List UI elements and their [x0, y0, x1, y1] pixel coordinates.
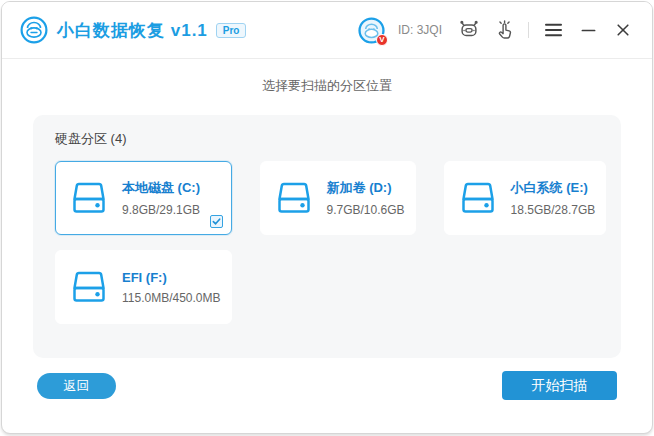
footer: 返回 开始扫描: [37, 371, 617, 400]
app-window: 小白数据恢复 v1.1 Pro V ID: 3JQI: [1, 1, 653, 434]
drive-icon: [69, 181, 109, 215]
back-button[interactable]: 返回: [37, 373, 116, 399]
drive-card[interactable]: 小白系统 (E:) 18.5GB/28.7GB: [444, 161, 607, 235]
drive-size: 115.0MB/450.0MB: [122, 291, 221, 305]
drive-name: EFI (F:): [122, 270, 221, 285]
drive-card[interactable]: EFI (F:) 115.0MB/450.0MB: [55, 250, 232, 324]
robot-support-icon[interactable]: [458, 19, 480, 41]
drive-icon: [274, 181, 314, 215]
app-logo-icon: [20, 16, 48, 44]
page-title: 选择要扫描的分区位置: [2, 77, 652, 95]
menu-icon[interactable]: [542, 19, 564, 41]
drive-name: 新加卷 (D:): [327, 179, 405, 197]
drives-grid: 本地磁盘 (C:) 9.8GB/29.1GB 新加卷 (D:) 9.7GB/10…: [55, 161, 599, 324]
drive-name: 本地磁盘 (C:): [122, 179, 200, 197]
pro-badge: Pro: [216, 23, 247, 38]
app-title: 小白数据恢复 v1.1: [57, 19, 208, 42]
drive-name: 小白系统 (E:): [511, 179, 596, 197]
titlebar: 小白数据恢复 v1.1 Pro V ID: 3JQI: [2, 2, 652, 59]
start-scan-button[interactable]: 开始扫描: [502, 371, 617, 400]
user-id: ID: 3JQI: [398, 23, 442, 37]
close-icon[interactable]: [612, 19, 634, 41]
titlebar-divider: [528, 22, 529, 38]
drive-icon: [69, 270, 109, 304]
minimize-icon[interactable]: [577, 19, 599, 41]
drive-size: 9.7GB/10.6GB: [327, 203, 405, 217]
partition-panel: 硬盘分区 (4) 本地磁盘 (C:) 9.8GB/29.1GB 新加卷 (D:)…: [33, 115, 621, 358]
drive-size: 18.5GB/28.7GB: [511, 203, 596, 217]
user-avatar[interactable]: V: [358, 17, 385, 44]
drive-checkbox[interactable]: [210, 215, 223, 228]
drive-icon: [458, 181, 498, 215]
panel-title: 硬盘分区 (4): [55, 130, 599, 148]
hand-tap-icon[interactable]: [493, 19, 515, 41]
drive-size: 9.8GB/29.1GB: [122, 203, 200, 217]
drive-card[interactable]: 新加卷 (D:) 9.7GB/10.6GB: [260, 161, 416, 235]
drive-card[interactable]: 本地磁盘 (C:) 9.8GB/29.1GB: [55, 161, 232, 235]
avatar-vip-badge: V: [376, 34, 388, 46]
